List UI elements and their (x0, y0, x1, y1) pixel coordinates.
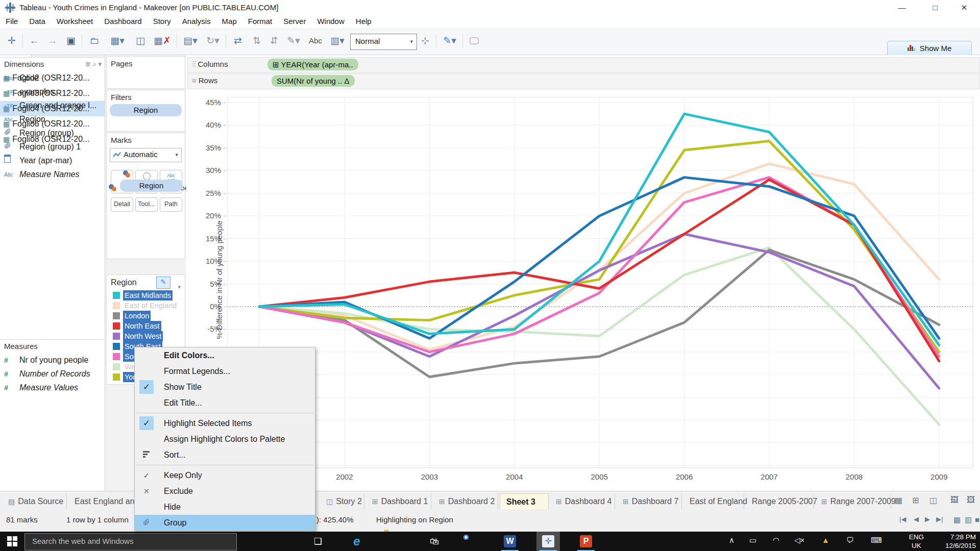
filter-pill-region[interactable]: Region (110, 104, 182, 116)
menu-item-edit-colors[interactable]: Edit Colors... (135, 347, 315, 363)
minimize-button[interactable]: — (890, 0, 914, 15)
marks-pill-region[interactable]: Region (120, 180, 183, 192)
menu-item-assign-highlight-colors-to-palette[interactable]: Assign Highlight Colors to Palette (135, 431, 315, 447)
menu-item-format-legends[interactable]: Format Legends... (135, 363, 315, 379)
mark-type-dropdown[interactable]: Automatic▾ (110, 148, 182, 162)
sheet-tab-east-england-an[interactable]: East England an (68, 493, 135, 509)
last-sheet-icon[interactable]: ▶| (936, 515, 943, 523)
drive-icon[interactable]: ▲ (822, 536, 829, 544)
fit-selector[interactable]: Normal▾ (350, 34, 417, 50)
save-icon[interactable]: ▣ (63, 33, 79, 48)
start-button[interactable] (7, 536, 17, 546)
data-server-icon[interactable]: ▤▾ (181, 33, 200, 48)
measure-item[interactable]: #Measure Values (0, 381, 105, 394)
sheet-tab-dashboard-4[interactable]: ⊞Dashboard 4 (550, 493, 615, 509)
new-dashboard-icon[interactable]: ⊞ (912, 495, 919, 505)
find-field-icon[interactable]: ⌕ (93, 60, 96, 68)
filmstrip-icon[interactable]: ▥ (965, 515, 972, 524)
menu-item-exclude[interactable]: ✕Exclude (135, 483, 315, 499)
view-data-icon[interactable]: ≣ (85, 60, 91, 68)
add-data-icon[interactable]: 🗀 (86, 33, 103, 48)
menu-item-show-title[interactable]: ✓Show Title (135, 379, 315, 395)
menu-format[interactable]: Format (242, 15, 278, 27)
sheet-tab-range-2005-2007[interactable]: Range 2005-2007 (746, 493, 814, 509)
path-button[interactable]: Path (160, 197, 182, 212)
legend-item[interactable]: East Midlands (107, 290, 185, 300)
new-worksheet-icon[interactable]: ▦▾ (107, 33, 128, 48)
clear-sheet-icon[interactable]: ▦✗ (152, 33, 173, 48)
measure-item[interactable]: #Nr of young people (0, 353, 105, 367)
sheet-tab-sheet-3[interactable]: Sheet 3 (500, 493, 549, 510)
maximize-button[interactable]: □ (923, 0, 947, 15)
hidden-icons-chevron[interactable]: ∧ (729, 536, 734, 545)
menu-item-keep-only[interactable]: ✓Keep Only (135, 467, 315, 483)
dimension-item[interactable]: AbcCode (0, 71, 105, 85)
menu-item-group[interactable]: Group (135, 515, 315, 531)
duplicate-sheet-icon[interactable]: ◫ (132, 33, 149, 48)
dimension-item[interactable]: AbcMeasure Names (0, 167, 105, 181)
menu-item-sort[interactable]: Sort... (135, 447, 315, 463)
menu-data[interactable]: Data (23, 15, 51, 27)
tableau-taskbar-icon[interactable]: ✛ (536, 532, 560, 551)
next-sheet-icon[interactable]: ▶ (925, 515, 930, 523)
sort-descending-icon[interactable]: ⇵ (266, 33, 282, 48)
legend-item[interactable]: London (107, 311, 185, 321)
task-view-icon[interactable]: ❏ (310, 534, 326, 549)
dimension-item[interactable]: Region (group) (0, 126, 105, 140)
clock[interactable]: 7:28 PM12/6/2015 (945, 533, 976, 550)
menu-item-highlight-selected-items[interactable]: ✓Highlight Selected Items (135, 415, 315, 431)
group-members-icon[interactable]: ✎▾ (285, 33, 302, 48)
line-chart[interactable] (227, 97, 973, 468)
new-story-icon[interactable]: ◫ (929, 495, 937, 505)
dimension-item[interactable]: Year (apr-mar) (0, 154, 105, 167)
first-sheet-icon[interactable]: |◀ (899, 515, 906, 523)
undo-icon[interactable]: ← (27, 33, 42, 48)
powerpoint-icon[interactable]: P (574, 532, 598, 551)
menu-item-hide[interactable]: Hide (135, 499, 315, 515)
dimensions-menu-icon[interactable]: ▾ (98, 60, 102, 68)
dimension-item[interactable]: =T|Fexamples (0, 85, 105, 98)
dimension-item[interactable]: Region (group) 1 (0, 140, 105, 154)
sheet-tab-dashboard-7[interactable]: ⊞Dashboard 7 (617, 493, 682, 509)
language-indicator[interactable]: ENGUK (909, 533, 924, 550)
menu-item-edit-title[interactable]: Edit Title... (135, 395, 315, 411)
sheet-tab-dashboard-1[interactable]: ⊞Dashboard 1 (366, 493, 431, 509)
fullscreen-icon[interactable]: ■ (975, 515, 979, 524)
presentation-mode-icon[interactable]: 🖵 (467, 33, 482, 48)
highlight-selected-icon[interactable]: ✎ (156, 277, 170, 289)
sheet-tab-data-source[interactable]: ▤Data Source (2, 493, 67, 509)
file-explorer-icon[interactable] (384, 532, 407, 551)
battery-icon[interactable]: ▭ (749, 536, 756, 545)
show-filmstrip-icon[interactable]: 🖽 (950, 495, 959, 505)
menu-story[interactable]: Story (148, 15, 177, 27)
menu-worksheet[interactable]: Worksheet (51, 15, 99, 27)
store-icon[interactable]: 🛍 (427, 534, 442, 549)
swap-axes-icon[interactable]: ⇄ (230, 33, 246, 48)
wifi-icon[interactable]: ◠ (773, 536, 779, 545)
menu-analysis[interactable]: Analysis (177, 15, 216, 27)
show-mark-labels-icon[interactable]: ▥▾ (328, 33, 347, 48)
legend-item[interactable]: North West (107, 331, 185, 341)
measure-item[interactable]: #Number of Records (0, 367, 105, 381)
legend-item[interactable]: East of England (107, 300, 185, 311)
sheet-tab-east-of-england[interactable]: East of England (683, 493, 744, 509)
menu-server[interactable]: Server (278, 15, 311, 27)
legend-item[interactable]: North East (107, 321, 185, 331)
touch-keyboard-icon[interactable]: ⌨ (871, 536, 882, 545)
abc-labels-icon[interactable]: Abc (306, 33, 325, 48)
word-icon[interactable]: W (498, 532, 522, 551)
highlight-pen-icon[interactable]: ✎▾ (440, 33, 459, 48)
sheet-tab-story-2[interactable]: ◫Story 2 (320, 493, 364, 509)
menu-file[interactable]: File (0, 15, 23, 27)
dimension-item[interactable]: =T|FGreen and orange l... (0, 98, 105, 112)
tableau-start-icon[interactable]: ✛ (4, 33, 19, 48)
menu-map[interactable]: Map (216, 15, 242, 27)
rows-pill-sum[interactable]: SUM(Nr of young .. Δ (272, 75, 355, 87)
sheet-tab-range-2007-2009[interactable]: ⊞Range 2007-2009 (815, 493, 891, 509)
sheet-tab-dashboard-2[interactable]: ⊞Dashboard 2 (433, 493, 498, 509)
redo-icon[interactable]: → (45, 33, 60, 48)
previous-sheet-icon[interactable]: ◀ (914, 515, 919, 523)
pin-icon[interactable]: ⊹ (418, 33, 433, 48)
volume-muted-icon[interactable]: ◁× (794, 536, 804, 545)
menu-window[interactable]: Window (311, 15, 350, 27)
